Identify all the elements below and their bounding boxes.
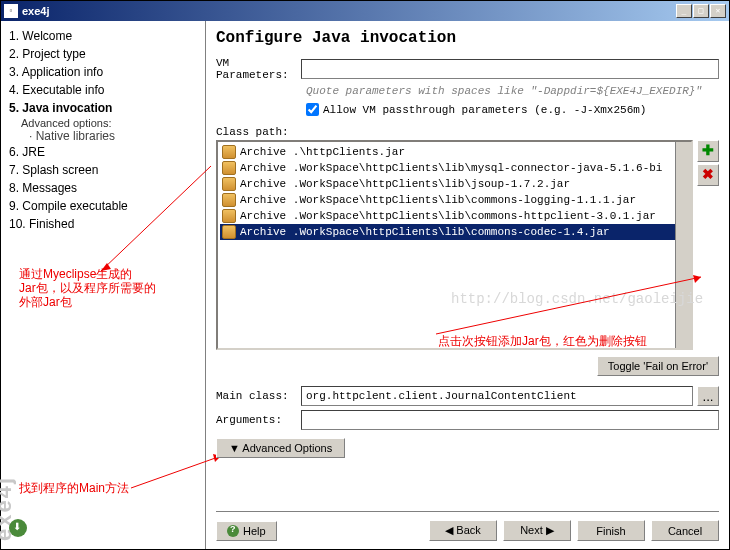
wizard-step-3[interactable]: 3. Application info	[9, 63, 197, 81]
remove-classpath-button[interactable]: ✖	[697, 164, 719, 186]
page-title: Configure Java invocation	[216, 29, 719, 47]
minimize-button[interactable]: _	[676, 4, 692, 18]
classpath-list[interactable]: Archive .\httpClients.jarArchive .WorkSp…	[216, 140, 693, 350]
back-button[interactable]: ◀ Back	[429, 520, 497, 541]
wizard-steps-sidebar: 1. Welcome2. Project type3. Application …	[1, 21, 206, 549]
advanced-options-label: Advanced options:	[9, 117, 197, 129]
toggle-fail-button[interactable]: Toggle 'Fail on Error'	[597, 356, 719, 376]
annotation-3: 找到程序的Main方法	[19, 481, 129, 495]
archive-icon	[222, 145, 236, 159]
vm-params-label: VM Parameters:	[216, 57, 301, 81]
arguments-input[interactable]	[301, 410, 719, 430]
wizard-step-6[interactable]: 6. JRE	[9, 143, 197, 161]
archive-icon	[222, 161, 236, 175]
next-button[interactable]: Next ▶	[503, 520, 571, 541]
app-icon: ▫	[4, 4, 18, 18]
help-button[interactable]: Help	[216, 521, 277, 541]
mainclass-label: Main class:	[216, 390, 301, 402]
classpath-label: Class path:	[216, 126, 301, 138]
wizard-step-7[interactable]: 7. Splash screen	[9, 161, 197, 179]
finish-button[interactable]: Finish	[577, 520, 645, 541]
help-icon	[227, 525, 239, 537]
titlebar: ▫ exe4j _ □ ✕	[1, 1, 729, 21]
native-libraries-item[interactable]: · Native libraries	[9, 129, 197, 143]
wizard-step-2[interactable]: 2. Project type	[9, 45, 197, 63]
advanced-options-button[interactable]: ▼ Advanced Options	[216, 438, 345, 458]
wizard-step-4[interactable]: 4. Executable info	[9, 81, 197, 99]
wizard-step-1[interactable]: 1. Welcome	[9, 27, 197, 45]
wizard-step-5[interactable]: 5. Java invocation	[9, 99, 197, 117]
classpath-item[interactable]: Archive .WorkSpace\httpClients\lib\jsoup…	[220, 176, 689, 192]
archive-icon	[222, 177, 236, 191]
annotation-1: 通过Myeclipse生成的 Jar包，以及程序所需要的 外部Jar包	[19, 267, 156, 309]
wizard-step-8[interactable]: 8. Messages	[9, 179, 197, 197]
arguments-label: Arguments:	[216, 414, 301, 426]
wizard-step-10[interactable]: 10. Finished	[9, 215, 197, 233]
allow-passthrough-label: Allow VM passthrough parameters (e.g. -J…	[323, 104, 646, 116]
maximize-button[interactable]: □	[693, 4, 709, 18]
allow-passthrough-checkbox[interactable]	[306, 103, 319, 116]
archive-icon	[222, 193, 236, 207]
cancel-button[interactable]: Cancel	[651, 520, 719, 541]
close-button[interactable]: ✕	[710, 4, 726, 18]
archive-icon	[222, 209, 236, 223]
browse-mainclass-button[interactable]: ...	[697, 386, 719, 406]
vm-params-hint: Quote parameters with spaces like "-Dapp…	[306, 85, 719, 97]
classpath-item[interactable]: Archive .WorkSpace\httpClients\lib\mysql…	[220, 160, 689, 176]
wizard-step-9[interactable]: 9. Compile executable	[9, 197, 197, 215]
classpath-item[interactable]: Archive .WorkSpace\httpClients\lib\commo…	[220, 224, 689, 240]
scrollbar[interactable]	[675, 142, 691, 348]
archive-icon	[222, 225, 236, 239]
classpath-item[interactable]: Archive .WorkSpace\httpClients\lib\commo…	[220, 208, 689, 224]
classpath-item[interactable]: Archive .\httpClients.jar	[220, 144, 689, 160]
vm-params-input[interactable]	[301, 59, 719, 79]
delete-icon: ✖	[702, 166, 714, 182]
add-classpath-button[interactable]: ✚	[697, 140, 719, 162]
mainclass-input[interactable]	[301, 386, 693, 406]
annotation-2: 点击次按钮添加Jar包，红色为删除按钮	[438, 334, 647, 348]
plus-icon: ✚	[702, 142, 714, 158]
classpath-item[interactable]: Archive .WorkSpace\httpClients\lib\commo…	[220, 192, 689, 208]
window-title: exe4j	[22, 5, 676, 17]
